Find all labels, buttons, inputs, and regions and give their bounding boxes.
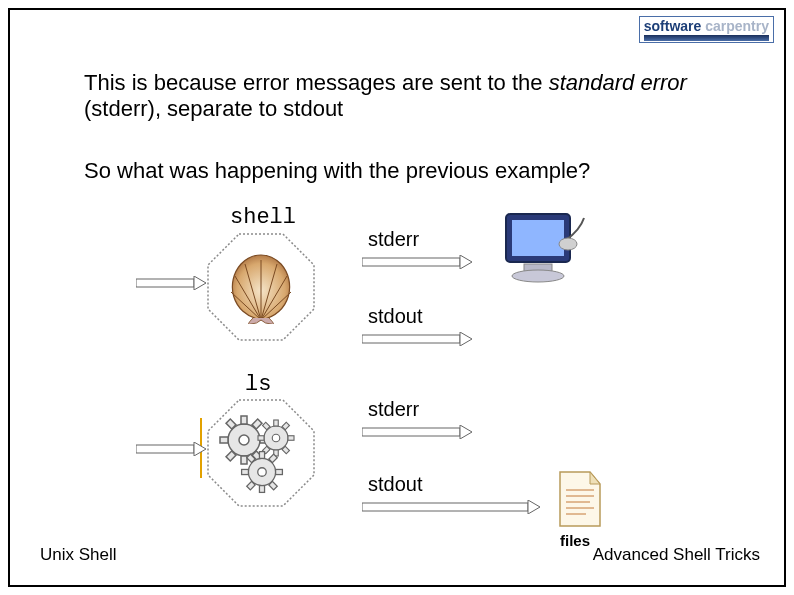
arrow-ls-stdout xyxy=(362,500,540,514)
svg-rect-5 xyxy=(241,456,247,464)
svg-rect-40 xyxy=(362,428,460,436)
svg-point-3 xyxy=(239,435,249,445)
svg-rect-4 xyxy=(241,416,247,424)
shell-label: shell xyxy=(230,205,296,230)
svg-point-23 xyxy=(258,468,267,477)
arrow-ls-stderr xyxy=(362,425,472,439)
svg-rect-32 xyxy=(136,279,194,287)
svg-marker-39 xyxy=(460,332,472,346)
svg-marker-33 xyxy=(194,276,206,290)
svg-marker-41 xyxy=(460,425,472,439)
stream-label-shell-stderr: stderr xyxy=(368,228,419,251)
svg-rect-6 xyxy=(220,437,228,443)
svg-rect-45 xyxy=(512,220,564,256)
footer-left: Unix Shell xyxy=(40,545,117,565)
svg-rect-17 xyxy=(288,436,294,441)
svg-rect-26 xyxy=(242,469,249,474)
svg-marker-37 xyxy=(460,255,472,269)
svg-rect-42 xyxy=(362,503,528,511)
para1-emphasis: standard error xyxy=(549,70,687,95)
paragraph-1: This is because error messages are sent … xyxy=(84,70,724,123)
svg-marker-35 xyxy=(194,442,206,456)
shell-octagon xyxy=(206,232,316,342)
para1-part-b: (stderr), separate to stdout xyxy=(84,96,343,121)
stream-label-shell-stdout: stdout xyxy=(368,305,422,328)
gears-icon xyxy=(206,398,316,508)
paragraph-2: So what was happening with the previous … xyxy=(84,158,724,184)
stream-label-ls-stdout: stdout xyxy=(368,473,422,496)
logo-right: carpentry xyxy=(705,18,769,34)
svg-rect-16 xyxy=(258,436,264,441)
svg-rect-25 xyxy=(259,486,264,493)
arrow-in-shell xyxy=(136,276,206,290)
svg-point-48 xyxy=(559,238,577,250)
svg-rect-24 xyxy=(259,452,264,459)
document-icon xyxy=(556,470,604,528)
monitor-icon xyxy=(500,210,588,292)
svg-rect-38 xyxy=(362,335,460,343)
svg-rect-34 xyxy=(136,445,194,453)
slide-frame: software carpentry This is because error… xyxy=(8,8,786,587)
para1-part-a: This is because error messages are sent … xyxy=(84,70,549,95)
svg-marker-43 xyxy=(528,500,540,514)
seashell-icon xyxy=(223,254,299,324)
svg-point-47 xyxy=(512,270,564,282)
footer-right: Advanced Shell Tricks xyxy=(593,545,760,565)
ls-octagon xyxy=(206,398,316,508)
stream-label-ls-stderr: stderr xyxy=(368,398,419,421)
logo: software carpentry xyxy=(639,16,774,43)
arrow-in-ls xyxy=(136,442,206,456)
files-caption: files xyxy=(560,532,590,549)
ls-label: ls xyxy=(245,372,271,397)
logo-band xyxy=(644,35,769,41)
svg-rect-14 xyxy=(274,420,279,426)
arrow-shell-stderr xyxy=(362,255,472,269)
svg-rect-36 xyxy=(362,258,460,266)
arrow-shell-stdout xyxy=(362,332,472,346)
svg-rect-27 xyxy=(276,469,283,474)
svg-point-13 xyxy=(272,434,280,442)
logo-left: software xyxy=(644,18,702,34)
